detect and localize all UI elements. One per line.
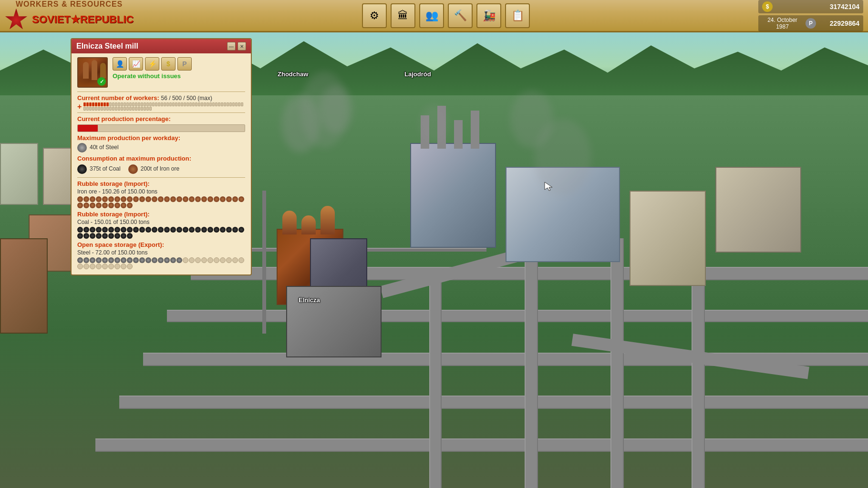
worker-dot <box>201 102 203 106</box>
worker-dot <box>89 102 92 106</box>
coal-storage-dot <box>102 233 108 239</box>
building-info-row: ✓ 👤 📈 ⚡ $ P Operate without issues <box>77 57 245 88</box>
worker-dot <box>215 102 217 106</box>
worker-dot <box>126 102 129 106</box>
worker-dot <box>207 102 209 106</box>
worker-dot <box>92 107 94 111</box>
residential-1 <box>0 143 38 205</box>
iron-storage-dot <box>77 203 83 208</box>
panel-close-btn[interactable]: ✕ <box>238 42 246 51</box>
btn-build[interactable]: 🏛 <box>391 3 415 28</box>
iron-storage-dot <box>232 196 238 202</box>
coal-storage-dot <box>195 227 201 233</box>
btn-people[interactable]: 👥 <box>419 3 444 28</box>
smoke-3 <box>320 86 353 133</box>
iron-storage-dot <box>152 196 157 202</box>
coal-storage-dot <box>189 227 195 233</box>
iron-storage-dot <box>201 196 207 202</box>
worker-dot <box>221 102 223 106</box>
steel-storage-dot <box>201 257 207 263</box>
tab-stats[interactable]: 📈 <box>129 57 143 71</box>
steel-storage-dot <box>170 257 176 263</box>
ruble-icon: P <box>806 18 816 29</box>
iron-storage-dot <box>108 203 114 208</box>
worker-dot <box>124 107 126 111</box>
steel-storage-dot <box>238 257 244 263</box>
coal-storage-dot <box>96 233 102 239</box>
worker-dot <box>92 102 94 106</box>
iron-storage-dot <box>176 196 182 202</box>
coal-storage-dot <box>127 227 133 233</box>
worker-dot <box>135 107 137 111</box>
worker-dot <box>184 102 186 106</box>
worker-dot <box>235 102 238 106</box>
steel-storage-dot <box>96 264 102 269</box>
panel-minimize-btn[interactable]: — <box>227 42 236 51</box>
steel-storage-dot <box>232 257 238 263</box>
iron-storage-dot <box>145 196 151 202</box>
road-h4 <box>119 396 868 409</box>
max-prod-label: Maximum production per workday: <box>77 134 245 142</box>
coal-storage-dot <box>220 227 226 233</box>
iron-storage-dot <box>164 196 170 202</box>
consumption-iron: 200t of Iron ore <box>128 164 179 174</box>
steel-storage-dot <box>121 264 126 269</box>
iron-storage-dot <box>127 196 133 202</box>
iron-storage-dot <box>121 203 126 208</box>
date-display: 24. October 1987 <box>762 17 803 30</box>
logo-subtitle: WORKERS & RESOURCES <box>16 0 123 9</box>
worker-dot <box>118 107 120 111</box>
btn-transport[interactable]: 🚂 <box>476 3 501 28</box>
worker-dot <box>224 102 226 106</box>
worker-dot <box>121 107 123 111</box>
steel-storage-dot <box>77 257 83 263</box>
worker-dot <box>95 102 97 106</box>
coal-storage-dot <box>232 227 238 233</box>
smoke-6 <box>534 119 591 195</box>
coal-storage-dot <box>90 227 95 233</box>
road-v4 <box>429 276 442 488</box>
worker-dot <box>89 107 92 111</box>
steel-storage-dot <box>121 257 126 263</box>
worker-dot <box>241 102 243 106</box>
steel-storage-dot <box>114 257 120 263</box>
panel-controls: — ✕ <box>227 42 246 51</box>
coal-storage-dot <box>96 227 102 233</box>
iron-storage-dot <box>90 196 95 202</box>
tab-icons: 👤 📈 ⚡ $ P <box>113 57 192 71</box>
steel-storage-dot <box>83 257 89 263</box>
dollar-icon: $ <box>762 1 773 12</box>
worker-dot <box>227 102 229 106</box>
worker-dot <box>103 107 106 111</box>
iron-storage-dot <box>102 203 108 208</box>
steel-storage-dot <box>164 257 170 263</box>
rubble-storage-1-label: Rubble storage (Import): <box>77 180 245 187</box>
steel-storage-dot <box>77 264 83 269</box>
consumption-coal: 375t of Coal <box>77 164 121 174</box>
building-far-right2 <box>715 167 801 253</box>
worker-dot <box>101 107 103 111</box>
worker-dot <box>118 102 120 106</box>
tab-production[interactable]: ⚡ <box>145 57 159 71</box>
worker-dot <box>232 102 235 106</box>
tab-finance-ruble[interactable]: P <box>177 57 192 71</box>
worker-dot <box>86 102 89 106</box>
worker-dot <box>195 102 197 106</box>
btn-stats[interactable]: 📋 <box>505 3 530 28</box>
btn-gear[interactable]: ⚙ <box>362 3 387 28</box>
ruble-resource-row: 24. October 1987 P 22929864 <box>758 15 863 31</box>
coal-storage-dot <box>133 227 139 233</box>
worker-plus-btn[interactable]: + <box>77 103 82 111</box>
worker-dot <box>198 102 200 106</box>
steel-storage-dot <box>102 264 108 269</box>
steel-storage-dot <box>183 257 188 263</box>
tab-finance-dollar[interactable]: $ <box>161 57 176 71</box>
iron-storage-dot <box>90 203 95 208</box>
coal-storage-dot <box>83 233 89 239</box>
worker-dot <box>166 102 169 106</box>
steel-storage-dot <box>176 257 182 263</box>
tab-workers[interactable]: 👤 <box>113 57 127 71</box>
coal-storage-dot <box>201 227 207 233</box>
steel-storage-dot <box>127 257 133 263</box>
btn-flag[interactable]: 🔨 <box>448 3 473 28</box>
